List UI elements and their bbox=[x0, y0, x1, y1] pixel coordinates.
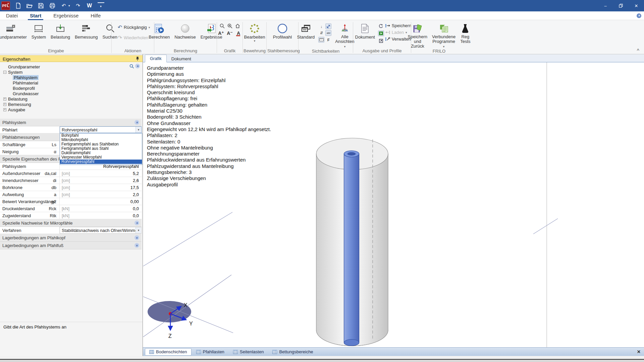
style-chevron-icon[interactable]: » bbox=[637, 13, 641, 18]
tree-item-grundparameter[interactable]: Grundparameter bbox=[3, 64, 128, 69]
group-label-aktionen: Aktionen bbox=[112, 48, 153, 54]
info-line: Seitenlasten: 0 bbox=[147, 139, 271, 145]
tree-item-pfahlmaterial[interactable]: Pfahlmaterial bbox=[3, 80, 128, 85]
legend-toggle-icon[interactable]: F bbox=[325, 37, 331, 43]
app-logo-plus: + bbox=[7, 2, 9, 5]
verfahren-combobox[interactable]: Stabilitätsnachweis nach Ofner/Wimmer ▾ bbox=[60, 227, 142, 234]
document-tab-strip: Grafik Dokument bbox=[143, 54, 644, 62]
tree-item-ausgabe[interactable]: +Ausgabe bbox=[3, 107, 128, 112]
word-export-icon[interactable]: W bbox=[86, 2, 93, 9]
tab-bettungsbereiche[interactable]: Bettungsbereiche bbox=[268, 348, 317, 356]
tab-grafik[interactable]: Grafik bbox=[145, 55, 167, 62]
load-arrow-toggle-icon[interactable]: ↓ bbox=[318, 23, 324, 29]
close-button[interactable]: ✕ bbox=[629, 0, 644, 11]
font-increase-button[interactable]: A⁺ bbox=[218, 31, 224, 36]
profilwahl-button[interactable]: Profilwahl bbox=[271, 21, 294, 40]
undo-icon[interactable]: ↶ bbox=[60, 2, 67, 9]
tree-item-pfahlsystem[interactable]: Pfahlsystem bbox=[3, 75, 128, 80]
pfahlart-dropdown-list: Bohrpfahl Mikrobohrpfahl Fertigrammpfahl… bbox=[60, 133, 142, 165]
app-logo-icon: PFL + bbox=[1, 1, 10, 10]
bemessung-button[interactable]: Bemessung bbox=[72, 21, 100, 40]
row-beiwert: Beiwert Verankerungslänge η2 0,00 bbox=[0, 198, 142, 205]
ruler-toggle-icon[interactable] bbox=[318, 37, 324, 43]
tree-search-icon[interactable] bbox=[129, 64, 134, 68]
system-button[interactable]: System bbox=[29, 21, 48, 40]
verbundene-programme-button[interactable]: Verbundene Programme ▾ bbox=[430, 21, 458, 49]
section-expand-icon[interactable]: » bbox=[135, 235, 139, 240]
tree-item-bemessung[interactable]: +Bemessung bbox=[3, 102, 128, 107]
play-profile-icon[interactable] bbox=[378, 31, 384, 36]
grundparameter-button[interactable]: Grundparameter bbox=[0, 21, 29, 40]
refresh-icon[interactable] bbox=[378, 23, 384, 29]
row-aufweitung: Aufweitung a [cm] 2,0 bbox=[0, 191, 142, 198]
customize-toolbar-icon[interactable]: ▾ bbox=[98, 2, 104, 9]
restore-button[interactable] bbox=[613, 0, 629, 11]
berechnen-button[interactable]: Berechnen bbox=[146, 21, 172, 40]
system-icon bbox=[34, 22, 44, 35]
tab-bodenschichten[interactable]: Bodenschichten bbox=[145, 348, 192, 356]
new-document-icon[interactable] bbox=[15, 2, 21, 9]
expand-node-icon[interactable]: + bbox=[3, 108, 6, 111]
expand-node-icon[interactable]: + bbox=[3, 103, 6, 106]
speichern-und-zurueck-button[interactable]: Speichern und Zurück bbox=[406, 21, 430, 49]
tab-start[interactable]: Start bbox=[24, 11, 47, 20]
tab-hilfe[interactable]: Hilfe bbox=[85, 11, 107, 20]
collapse-node-icon[interactable]: − bbox=[3, 71, 6, 74]
graphics-viewport[interactable]: X Y Z Grundparameter Optimierung aus Pfa… bbox=[143, 62, 644, 347]
tab-datei[interactable]: Datei bbox=[0, 11, 24, 20]
tree-item-belastung[interactable]: +Belastung bbox=[3, 96, 128, 102]
close-table-panel-icon[interactable]: ✕ bbox=[637, 349, 641, 354]
open-folder-icon[interactable] bbox=[26, 2, 33, 9]
section-collapse-icon[interactable]: » bbox=[135, 120, 139, 125]
tree-item-grundwasser[interactable]: Grundwasser bbox=[3, 91, 128, 96]
dropdown-item-selected[interactable]: Rohrverpresspfahl bbox=[60, 160, 142, 164]
save-icon[interactable] bbox=[38, 2, 44, 9]
bearbeiten-caret-icon: ▾ bbox=[254, 40, 256, 42]
info-line: Querschnitt kreisrund bbox=[147, 89, 271, 96]
section-lager-pfahlkopf[interactable]: Lagerbedingungen am Pfahlkopf» bbox=[0, 234, 142, 242]
zoom-icon[interactable] bbox=[220, 23, 225, 28]
tab-ergebnisse[interactable]: Ergebnisse bbox=[47, 11, 85, 20]
font-decrease-button[interactable]: A⁻ bbox=[227, 31, 233, 36]
nachweise-button[interactable]: Nachweise bbox=[172, 21, 198, 40]
print-icon[interactable] bbox=[49, 2, 56, 9]
tree-item-system[interactable]: −System bbox=[3, 69, 128, 75]
pfahlart-combobox[interactable]: Rohrverpresspfahl ▾ bbox=[60, 126, 142, 133]
zoom-window-icon[interactable] bbox=[227, 23, 232, 28]
expand-node-icon[interactable]: + bbox=[3, 98, 6, 101]
expand-profile-icon[interactable] bbox=[378, 38, 384, 44]
dokument-button[interactable]: Dokument bbox=[353, 21, 377, 40]
bearbeiten-button[interactable]: Bearbeiten ▾ bbox=[242, 21, 268, 42]
minimize-button[interactable]: – bbox=[598, 0, 613, 11]
ribbon-group-stahlbemessung: Profilwahl Stahlbemessung bbox=[267, 21, 298, 54]
section-spezielle-nachweise[interactable]: Spezielle Nachweise für Mikropfähle» bbox=[0, 219, 142, 227]
font-color-button[interactable]: A bbox=[235, 31, 241, 36]
zoom-home-icon[interactable] bbox=[235, 23, 240, 28]
labels-toggle-icon[interactable]: abl bbox=[325, 30, 331, 36]
combo-caret-icon[interactable]: ▾ bbox=[136, 127, 141, 133]
info-line: Grundparameter bbox=[147, 65, 271, 71]
axes-toggle-icon[interactable] bbox=[325, 23, 331, 29]
collapse-ribbon-icon[interactable]: ^ bbox=[637, 48, 639, 53]
tree-item-bodenprofil[interactable]: Bodenprofil bbox=[3, 85, 128, 91]
section-expand-icon[interactable]: » bbox=[135, 243, 139, 248]
tab-seitenlasten[interactable]: Seitenlasten bbox=[229, 348, 268, 356]
section-pfahlsystem[interactable]: Pfahlsystem» bbox=[0, 119, 142, 126]
tab-dokument[interactable]: Dokument bbox=[167, 55, 196, 62]
section-collapse-icon[interactable]: » bbox=[135, 221, 139, 225]
reg-tests-button[interactable]: Reg Tests bbox=[458, 21, 473, 44]
info-line: Pfahlkopflagerung: frei bbox=[147, 96, 271, 102]
standard-button[interactable]: Standard bbox=[295, 21, 317, 40]
tree-collapse-all-icon[interactable]: » bbox=[135, 64, 140, 68]
section-lager-pfahlfuss[interactable]: Lagerbedingungen am Pfahlfuß» bbox=[0, 242, 142, 249]
tab-pfahllasten[interactable]: Pfahllasten bbox=[192, 348, 228, 356]
belastung-button[interactable]: Belastung bbox=[48, 21, 72, 40]
redo-icon[interactable]: ↷ bbox=[75, 2, 82, 9]
undo-button[interactable]: ↶ Rückgängig ▾ bbox=[118, 24, 150, 31]
hint-divider bbox=[0, 322, 143, 322]
dimension-toggle-icon[interactable]: ⇵ bbox=[318, 30, 324, 36]
pin-icon[interactable] bbox=[136, 57, 139, 61]
redo-button[interactable]: ↷ Wiederholen bbox=[118, 35, 150, 41]
undo-dropdown-caret-icon[interactable]: ▾ bbox=[68, 2, 70, 9]
combo-caret-icon[interactable]: ▾ bbox=[136, 227, 141, 233]
